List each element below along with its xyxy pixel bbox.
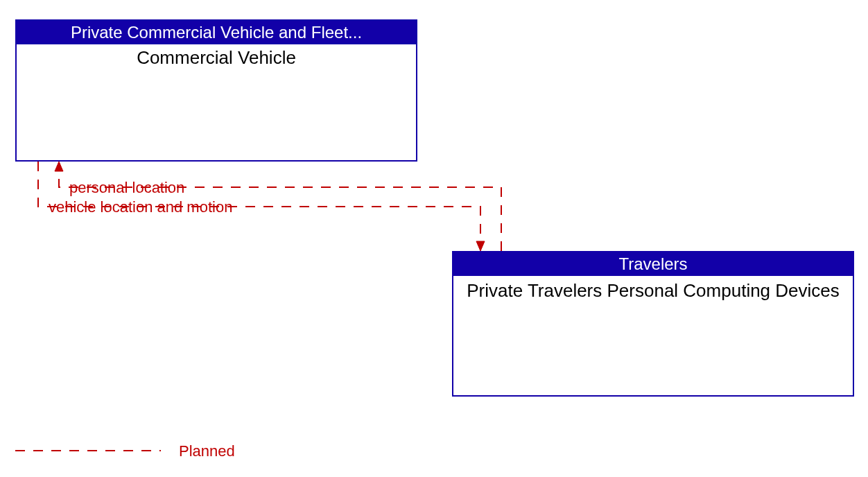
flow-arrow-personal-location: [55, 162, 63, 171]
entity-header-commercial-vehicle: Private Commercial Vehicle and Fleet...: [17, 21, 416, 44]
flow-label-vehicle-location-motion[interactable]: vehicle location and motion: [49, 198, 232, 216]
flow-arrow-vehicle-location-motion: [476, 241, 485, 251]
entity-body-commercial-vehicle: Commercial Vehicle: [17, 44, 416, 71]
legend-label-planned: Planned: [179, 442, 235, 460]
flow-label-personal-location[interactable]: personal location: [69, 179, 184, 197]
entity-body-travelers-devices: Private Travelers Personal Computing Dev…: [453, 276, 853, 304]
entity-box-commercial-vehicle[interactable]: Private Commercial Vehicle and Fleet... …: [15, 19, 417, 162]
entity-box-travelers-devices[interactable]: Travelers Private Travelers Personal Com…: [452, 251, 854, 397]
entity-header-travelers: Travelers: [453, 252, 853, 276]
